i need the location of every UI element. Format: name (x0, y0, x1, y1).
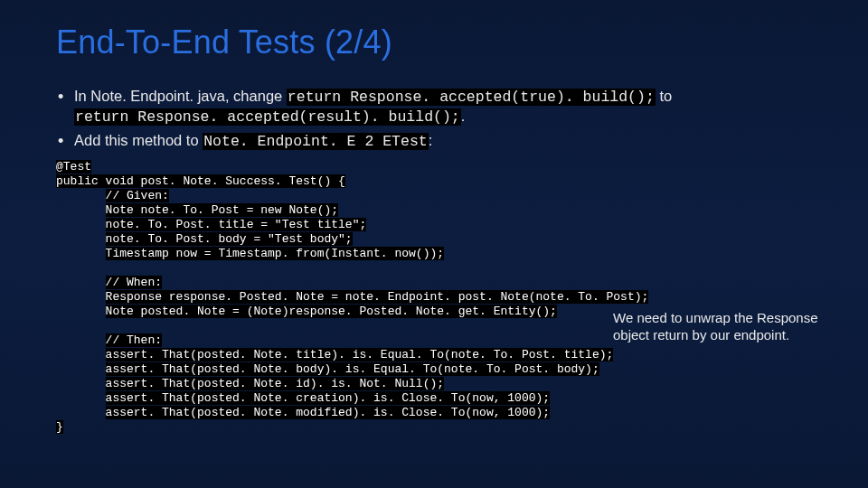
bullet-1-post: . (461, 108, 466, 124)
bullet-2: Add this method to Note. Endpoint. E 2 E… (56, 131, 816, 151)
slide-title: End-To-End Tests (2/4) (56, 23, 816, 61)
code-block: @Test public void post. Note. Success. T… (56, 160, 816, 435)
code-area: @Test public void post. Note. Success. T… (56, 160, 816, 435)
bullet-2-post: : (429, 132, 433, 148)
annotation-text: We need to unwrap the Response object re… (613, 310, 839, 344)
bullet-2-code-1: Note. Endpoint. E 2 ETest (203, 133, 429, 150)
bullet-1-code-1: return Response. accepted(true). build()… (287, 89, 656, 106)
bullet-2-pre: Add this method to (74, 132, 203, 148)
bullet-1-pre: In Note. Endpoint. java, change (74, 88, 287, 104)
bullet-1: In Note. Endpoint. java, change return R… (56, 87, 816, 127)
bullet-list: In Note. Endpoint. java, change return R… (56, 87, 816, 151)
bullet-1-code-2: return Response. accepted(result). build… (74, 108, 461, 126)
bullet-1-mid: to (656, 88, 672, 104)
